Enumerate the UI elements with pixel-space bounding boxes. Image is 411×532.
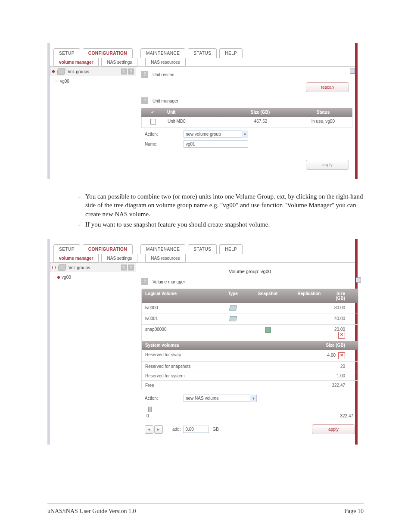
delete-button[interactable]: ✕ bbox=[338, 352, 345, 359]
page-footer: uNAS/tNAS User Guide Version 1.0 Page 10 bbox=[47, 504, 364, 515]
sidebar-title: Vol. groups bbox=[68, 265, 90, 270]
tab-setup[interactable]: SETUP bbox=[53, 48, 80, 58]
decrement-button[interactable]: ◂ bbox=[145, 425, 153, 434]
screenshot-unit-manager: SETUP CONFIGURATION MAINTENANCE STATUS H… bbox=[47, 43, 358, 179]
subtab-volume-manager[interactable]: volume manager bbox=[53, 58, 99, 67]
refresh-icon[interactable]: ↻ bbox=[121, 264, 127, 271]
subtab-nas-resources[interactable]: NAS resources bbox=[145, 58, 185, 67]
tab-configuration[interactable]: CONFIGURATION bbox=[83, 244, 133, 254]
tree-node-label: vg00 bbox=[62, 275, 71, 280]
cell-lv-replication bbox=[287, 303, 331, 314]
nas-type-icon bbox=[229, 305, 237, 311]
panel-title: Unit manager bbox=[153, 99, 178, 103]
subtab-nas-settings[interactable]: NAS settings bbox=[101, 254, 137, 263]
action-select[interactable]: new volume group ▾ bbox=[184, 131, 248, 138]
sv-table-row: Reserved for system1.00 bbox=[142, 371, 358, 380]
lv-table-header: Logical Volume Type Snapshot Replication… bbox=[142, 289, 358, 303]
nas-type-icon bbox=[229, 316, 237, 321]
cell-lv-type bbox=[218, 314, 248, 324]
delete-button[interactable]: ✕ bbox=[338, 332, 345, 339]
tab-maintenance[interactable]: MAINTENANCE bbox=[140, 48, 185, 58]
disk-icon bbox=[58, 264, 66, 271]
panel-title: Volume manager bbox=[153, 280, 185, 284]
tree-node-vg00[interactable]: └○ vg00 bbox=[53, 78, 134, 84]
lv-table-row: lv000080.00 bbox=[142, 303, 358, 314]
col-unit: Unit bbox=[164, 108, 227, 117]
instruction-item: You can possible to combine two (or more… bbox=[85, 192, 364, 218]
help-icon[interactable]: ? bbox=[141, 71, 148, 78]
action-label: Action: bbox=[145, 132, 184, 137]
unit-table-row: Unit MD0 467.52 in use, vg00 bbox=[141, 117, 352, 128]
add-unit: GB bbox=[212, 427, 218, 432]
col-lv-replication: Replication bbox=[287, 289, 331, 303]
cell-sv-size: 1.00 bbox=[290, 371, 358, 380]
scroll-up-icon[interactable] bbox=[356, 277, 361, 283]
tab-maintenance[interactable]: MAINTENANCE bbox=[140, 244, 185, 254]
panel-title: Unit rescan bbox=[153, 72, 174, 77]
help-icon[interactable]: ? bbox=[141, 97, 148, 104]
cell-sv-size: 20 bbox=[290, 362, 358, 371]
cell-sv-name: Free bbox=[142, 381, 290, 390]
volume-group-title: Volume group: vg00 bbox=[141, 264, 358, 276]
scroll-up-icon[interactable] bbox=[350, 68, 355, 74]
chevron-down-icon: ▾ bbox=[242, 131, 248, 138]
help-icon[interactable]: ? bbox=[128, 264, 134, 271]
cell-lv-replication bbox=[287, 325, 331, 341]
help-icon[interactable]: ? bbox=[128, 68, 134, 75]
rescan-button[interactable]: rescan bbox=[306, 82, 349, 92]
action-select-value: new volume group bbox=[186, 132, 221, 137]
tab-status[interactable]: STATUS bbox=[188, 244, 217, 254]
col-sv-size: Size (GB) bbox=[290, 341, 358, 350]
action-select-value: new NAS volume bbox=[186, 396, 219, 401]
lv-table-row: snap0000020.00✕ bbox=[142, 324, 358, 341]
increment-button[interactable]: ▸ bbox=[154, 425, 163, 434]
cell-lv-type bbox=[218, 325, 248, 341]
col-status: Status bbox=[294, 108, 352, 117]
sub-tabs: volume manager NAS settings NAS resource… bbox=[50, 58, 355, 67]
slider-max: 322.47 bbox=[340, 414, 353, 418]
add-label: add: bbox=[172, 427, 181, 432]
slider-thumb-icon[interactable] bbox=[148, 407, 152, 412]
sv-table-row: Reserved for snapshots20 bbox=[142, 361, 358, 371]
action-select[interactable]: new NAS volume ▾ bbox=[184, 395, 257, 402]
subtab-volume-manager[interactable]: volume manager bbox=[53, 254, 99, 263]
col-sv-name: System volumes bbox=[142, 341, 290, 350]
unit-manager-header: ? Unit manager bbox=[141, 97, 352, 104]
cell-lv-size: 80.00 bbox=[331, 303, 358, 314]
bullet-icon bbox=[52, 266, 56, 269]
apply-button[interactable]: apply bbox=[306, 160, 349, 170]
name-label: Name: bbox=[145, 142, 184, 146]
cell-lv-size: 40.00 bbox=[331, 314, 358, 324]
size-slider[interactable] bbox=[148, 409, 352, 409]
col-lv-snapshot: Snapshot bbox=[248, 289, 287, 303]
name-input[interactable] bbox=[184, 140, 248, 148]
apply-button[interactable]: apply bbox=[312, 424, 355, 434]
tree-node-vg00[interactable]: └ vg00 bbox=[53, 274, 134, 280]
tab-status[interactable]: STATUS bbox=[188, 48, 217, 58]
unit-table-header: ✓ Unit Size (GB) Status bbox=[141, 108, 352, 117]
refresh-icon[interactable]: ↻ bbox=[121, 68, 127, 75]
volume-manager-header: ? Volume manager bbox=[141, 278, 358, 285]
cell-unit: Unit MD0 bbox=[164, 117, 227, 128]
cell-lv-snapshot bbox=[248, 303, 287, 314]
tab-configuration[interactable]: CONFIGURATION bbox=[83, 48, 133, 58]
slider-min: 0 bbox=[146, 414, 149, 418]
col-lv-size: Size (GB) bbox=[331, 289, 358, 303]
subtab-nas-settings[interactable]: NAS settings bbox=[101, 58, 137, 67]
unit-checkbox[interactable] bbox=[150, 119, 156, 124]
col-check: ✓ bbox=[141, 108, 164, 117]
tree-node-label: vg00 bbox=[60, 79, 69, 84]
add-size-input[interactable] bbox=[183, 426, 209, 433]
chevron-down-icon: ▾ bbox=[250, 395, 256, 402]
sv-table-header: System volumes Size (GB) bbox=[142, 341, 358, 350]
help-icon[interactable]: ? bbox=[141, 278, 148, 285]
instruction-list: You can possible to combine two (or more… bbox=[68, 192, 364, 229]
cell-lv-name: lv0000 bbox=[142, 303, 218, 314]
cell-lv-snapshot bbox=[248, 314, 287, 324]
cell-status: in use, vg00 bbox=[294, 117, 352, 128]
disk-icon bbox=[57, 68, 65, 75]
tab-setup[interactable]: SETUP bbox=[53, 244, 80, 254]
tab-help[interactable]: HELP bbox=[219, 48, 243, 58]
tab-help[interactable]: HELP bbox=[219, 244, 243, 254]
subtab-nas-resources[interactable]: NAS resources bbox=[145, 254, 185, 263]
